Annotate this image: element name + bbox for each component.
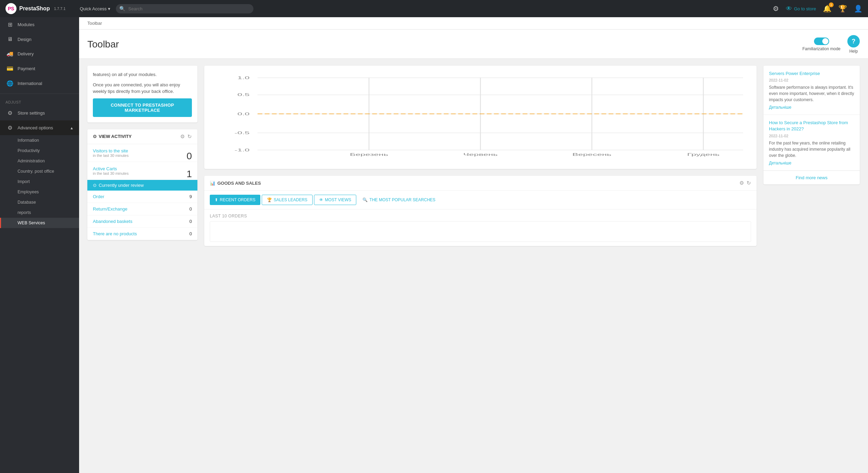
search-bar: 🔍 — [116, 4, 253, 13]
sidebar-item-store-settings[interactable]: ⚙ Store settings — [0, 106, 79, 120]
table-row: There are no products 0 — [87, 227, 197, 240]
svg-text:Вересень: Вересень — [572, 152, 611, 157]
sidebar-sub-web-services[interactable]: WEB Services — [0, 218, 79, 228]
sidebar-item-modules[interactable]: ⊞ Modules — [0, 17, 79, 32]
row-label[interactable]: Order — [87, 191, 176, 203]
goods-card-header: 📊 GOODS AND SALES ⚙ ↻ — [204, 176, 757, 191]
visitors-stat: Visitors to the site in the last 30 minu… — [87, 144, 197, 162]
header-actions: Familiarization mode ? Help — [802, 35, 860, 54]
svg-text:0.5: 0.5 — [237, 93, 250, 97]
app-name: PrestaShop — [19, 6, 50, 12]
familiarization-mode-toggle[interactable]: Familiarization mode — [802, 37, 840, 51]
sidebar-sub-database[interactable]: Database — [0, 197, 79, 207]
news-item-title[interactable]: How to Secure a Prestashop Store from Ha… — [769, 120, 854, 132]
activity-card-header: ⊙ VIEW ACTIVITY ⚙ ↻ — [87, 129, 197, 144]
settings-icon[interactable]: ⚙ — [180, 133, 185, 140]
sidebar-sub-reports[interactable]: reports — [0, 207, 79, 218]
app-version: 1.7.7.1 — [54, 7, 66, 11]
row-value: 0 — [176, 227, 197, 240]
goods-sales-card: 📊 GOODS AND SALES ⚙ ↻ ⬆ RECENT ORDERS — [204, 176, 757, 246]
sidebar-item-delivery[interactable]: 🚚 Delivery — [0, 46, 79, 61]
user-avatar-button[interactable]: 👤 — [854, 4, 862, 13]
row-label[interactable]: Return/Exchange — [87, 203, 176, 215]
help-button[interactable]: ? Help — [847, 35, 860, 54]
news-text: For the past few years, the online retai… — [769, 140, 854, 159]
goods-refresh-icon[interactable]: ↻ — [747, 180, 751, 186]
chart-area: 1.0 0.5 0.0 -0.5 -1.0 Березень Червень В… — [204, 66, 757, 162]
goods-settings-icon[interactable]: ⚙ — [739, 180, 744, 186]
search-input[interactable] — [116, 4, 253, 13]
tab-popular-searches[interactable]: 🔍 THE MOST POPULAR SEARCHES — [358, 195, 440, 205]
sidebar-sub-import[interactable]: Import — [0, 176, 79, 187]
news-card: Servers Power Enterprise 2022-11-02 Soft… — [763, 66, 860, 184]
goods-card-actions: ⚙ ↻ — [739, 180, 751, 186]
go-to-store-button[interactable]: 👁 Go to store — [786, 5, 816, 12]
sidebar-sub-administration[interactable]: Administration — [0, 156, 79, 166]
row-label[interactable]: There are no products — [87, 227, 176, 240]
carts-stat: Active Carts in the last 30 minutes 1 — [87, 162, 197, 180]
news-item-title[interactable]: Servers Power Enterprise — [769, 71, 854, 77]
store-settings-icon: ⚙ — [7, 110, 13, 116]
carts-sublabel: in the last 30 minutes — [93, 171, 192, 175]
sidebar-sub-employees[interactable]: Employees — [0, 187, 79, 197]
table-row: Return/Exchange 0 — [87, 203, 197, 215]
top-navigation: PS PrestaShop 1.7.7.1 Quick Access ▾ 🔍 ⚙… — [0, 0, 868, 17]
refresh-icon[interactable]: ↻ — [187, 133, 192, 140]
news-item: How to Secure a Prestashop Store from Ha… — [763, 115, 860, 170]
sidebar-item-international[interactable]: 🌐 International — [0, 76, 79, 91]
row-value: 0 — [176, 203, 197, 215]
tab-most-views[interactable]: 👁 MOST VIEWS — [314, 195, 356, 205]
trophy-icon-button[interactable]: 🏆 — [838, 4, 847, 13]
news-text: Software performance is always important… — [769, 84, 854, 103]
visitors-label[interactable]: Visitors to the site — [93, 148, 192, 153]
chart-svg: 1.0 0.5 0.0 -0.5 -1.0 Березень Червень В… — [210, 71, 751, 157]
sales-leaders-icon: 🏆 — [267, 197, 272, 202]
right-column: Servers Power Enterprise 2022-11-02 Soft… — [763, 66, 860, 246]
row-value: 9 — [176, 191, 197, 203]
news-more-link[interactable]: Детальніше — [769, 105, 854, 110]
connect-marketplace-button[interactable]: CONNECT TO PRESTASHOP MARKETPLACE — [93, 98, 192, 117]
most-views-icon: 👁 — [319, 197, 323, 202]
payment-icon: 💳 — [7, 65, 13, 72]
left-column: features) on all of your modules. Once y… — [87, 66, 197, 246]
sidebar-sub-country-post[interactable]: Country. post office — [0, 166, 79, 176]
tab-buttons: ⬆ RECENT ORDERS 🏆 SALES LEADERS 👁 MOST V… — [204, 191, 757, 209]
main-layout: ⊞ Modules 🖥 Design 🚚 Delivery 💳 Payment … — [0, 17, 868, 473]
quick-access-button[interactable]: Quick Access ▾ — [80, 6, 110, 11]
tab-recent-orders[interactable]: ⬆ RECENT ORDERS — [210, 195, 260, 205]
activity-title: ⊙ VIEW ACTIVITY — [93, 134, 180, 139]
row-label[interactable]: Abandoned baskets — [87, 215, 176, 227]
modules-icon: ⊞ — [7, 21, 13, 28]
sidebar-item-advanced-options[interactable]: ⚙ Advanced options ▲ — [0, 120, 79, 135]
sidebar-sub-productivity[interactable]: Productivity — [0, 146, 79, 156]
search-icon: 🔍 — [119, 6, 125, 11]
chart-card: 1.0 0.5 0.0 -0.5 -1.0 Березень Червень В… — [204, 66, 757, 169]
sidebar-item-design[interactable]: 🖥 Design — [0, 32, 79, 46]
eye-icon: 👁 — [786, 5, 792, 12]
orders-section: LAST 10 ORDERS — [204, 209, 757, 246]
row-value: 0 — [176, 215, 197, 227]
sidebar: ⊞ Modules 🖥 Design 🚚 Delivery 💳 Payment … — [0, 17, 79, 473]
carts-label[interactable]: Active Carts — [93, 166, 192, 171]
currently-under-review-button[interactable]: ⊙ Currently under review — [87, 180, 197, 191]
orders-label: LAST 10 ORDERS — [210, 214, 751, 218]
delivery-icon: 🚚 — [7, 51, 13, 57]
notifications-button[interactable]: 🔔 1 — [823, 4, 832, 13]
card-header-actions: ⚙ ↻ — [180, 133, 192, 140]
svg-text:-1.0: -1.0 — [235, 148, 250, 152]
visitors-value: 0 — [186, 151, 192, 162]
connect-text2: Once you are connected, you will also en… — [93, 82, 192, 95]
svg-text:Березень: Березень — [350, 152, 388, 157]
news-more-link[interactable]: Детальніше — [769, 161, 854, 165]
svg-text:-0.5: -0.5 — [235, 131, 250, 135]
bug-icon-button[interactable]: ⚙ — [773, 4, 779, 13]
tab-sales-leaders[interactable]: 🏆 SALES LEADERS — [262, 195, 313, 205]
sidebar-item-payment[interactable]: 💳 Payment — [0, 61, 79, 76]
page-header: Toolbar Familiarization mode ? Help — [79, 30, 868, 59]
notification-badge: 1 — [829, 2, 834, 7]
svg-text:0.0: 0.0 — [237, 112, 250, 116]
sidebar-sub-information[interactable]: Information — [0, 135, 79, 146]
news-date: 2022-11-02 — [769, 134, 854, 138]
toggle-switch[interactable] — [814, 37, 829, 45]
find-more-news-link[interactable]: Find more news — [763, 171, 860, 184]
